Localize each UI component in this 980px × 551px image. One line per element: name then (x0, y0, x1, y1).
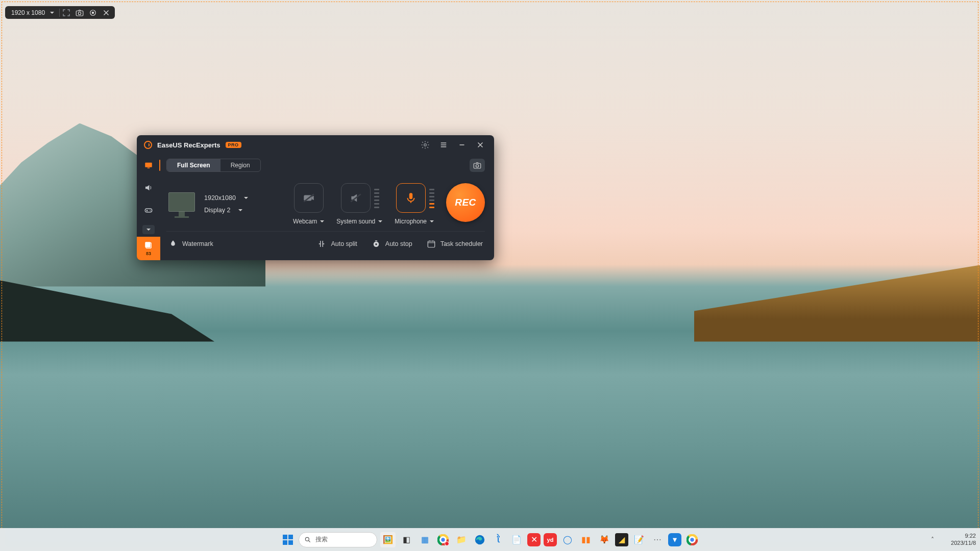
taskbar-chrome-2-icon[interactable] (684, 532, 700, 547)
close-icon[interactable] (474, 138, 487, 152)
fullscreen-toggle-icon[interactable] (60, 6, 73, 19)
tray-overflow-icon[interactable]: ˄ (931, 536, 934, 543)
taskbar-firefox-icon[interactable]: 🦊 (597, 532, 612, 547)
microphone-toggle[interactable] (396, 183, 426, 213)
clock[interactable]: 9:22 2023/11/8 (951, 533, 976, 546)
webcam-dropdown[interactable]: Webcam (293, 218, 324, 225)
taskbar-task-view-icon[interactable]: ◧ (399, 532, 414, 547)
pro-badge: PRO (226, 142, 241, 148)
taskbar-search[interactable]: 搜索 (299, 532, 377, 547)
capture-toolbar: 980 x 551 (5, 6, 115, 19)
chevron-down-icon (320, 220, 324, 222)
sidebar-mode-audio[interactable] (141, 180, 156, 195)
resolution-label: 980x551 (204, 194, 236, 202)
taskbar-app-1[interactable]: 🖼️ (380, 532, 396, 547)
task-scheduler-label: Task scheduler (440, 240, 483, 247)
svg-rect-0 (76, 11, 83, 16)
svg-point-20 (305, 537, 309, 541)
system-sound-toggle[interactable] (341, 183, 371, 213)
microphone-dropdown[interactable]: Microphone (395, 218, 434, 225)
webcam-label: Webcam (293, 218, 317, 225)
auto-split-label: Auto split (331, 240, 357, 247)
taskbar-chrome-icon[interactable] (435, 532, 451, 547)
capture-mode-segment: Full Screen Region (166, 159, 261, 172)
close-icon[interactable] (100, 6, 113, 19)
record-button[interactable]: REC (446, 183, 485, 222)
svg-rect-12 (474, 163, 481, 168)
display-dropdown[interactable]: Display 2 (204, 207, 248, 214)
clock-time: 9:22 (965, 533, 976, 539)
svg-rect-15 (409, 193, 412, 199)
taskbar-edge-icon[interactable] (472, 532, 487, 547)
chevron-down-icon (146, 229, 151, 231)
taskbar-app-dots[interactable]: ⋯ (650, 532, 665, 547)
chevron-down-icon (430, 220, 434, 222)
notification-badge (445, 541, 449, 546)
microphone-label: Microphone (395, 218, 427, 225)
svg-point-9 (151, 211, 152, 212)
app-title: EaseUS RecExperts (157, 141, 220, 149)
display-selector: 980x551 Display 2 (166, 190, 248, 218)
taskbar-app-red-2[interactable]: yd (544, 533, 557, 546)
svg-rect-5 (145, 163, 152, 167)
wallpaper-shore-left (0, 281, 214, 342)
chevron-down-icon (238, 209, 242, 211)
svg-point-4 (424, 144, 427, 146)
taskbar-app-blue-square[interactable]: ▾ (668, 533, 681, 546)
settings-icon[interactable] (419, 138, 432, 152)
system-sound-dropdown[interactable]: System sound (336, 218, 382, 225)
tab-full-screen[interactable]: Full Screen (167, 159, 220, 171)
screenshot-icon[interactable] (73, 6, 86, 19)
taskbar-app-circle[interactable]: ◯ (560, 532, 575, 547)
sidebar-mode-game[interactable] (141, 203, 156, 218)
level-meter-icon (374, 189, 379, 208)
svg-rect-19 (428, 241, 435, 247)
svg-rect-11 (145, 242, 151, 247)
svg-rect-18 (375, 243, 377, 245)
start-button[interactable] (280, 532, 296, 547)
svg-point-1 (78, 12, 81, 14)
taskbar-app-dark[interactable]: ◢ (615, 533, 628, 546)
record-label: REC (455, 197, 476, 208)
gallery-count: 83 (146, 251, 151, 256)
system-sound-label: System sound (336, 218, 375, 225)
resolution-dropdown[interactable]: 980x551 (204, 194, 248, 202)
taskbar-explorer-icon[interactable]: 📁 (454, 532, 469, 547)
tab-region[interactable]: Region (220, 159, 260, 171)
sidebar-gallery-button[interactable]: 83 (137, 237, 160, 260)
auto-stop-button[interactable]: Auto stop (372, 239, 412, 248)
record-icon[interactable] (86, 6, 100, 19)
windows-taskbar: 搜索 🖼️ ◧ ▦ 📁 ῒ 📄 ✕ yd ◯ ▮▮ 🦊 ◢ 📝 ⋯ ▾ ˄ 9:… (0, 528, 980, 551)
mode-sidebar: 83 (137, 155, 160, 260)
clock-date: 2023/11/8 (951, 540, 976, 546)
monitor-icon (166, 190, 197, 218)
auto-split-button[interactable]: Auto split (317, 239, 357, 248)
screenshot-button[interactable] (470, 159, 485, 172)
webcam-toggle[interactable] (294, 183, 324, 213)
taskbar-app-blue[interactable]: ῒ (491, 532, 506, 547)
taskbar-app-orange-stripes[interactable]: ▮▮ (578, 532, 594, 547)
svg-point-13 (476, 165, 478, 167)
taskbar-app-note[interactable]: 📝 (631, 532, 647, 547)
svg-rect-7 (145, 209, 152, 212)
level-meter-icon (429, 189, 434, 208)
menu-icon[interactable] (437, 138, 450, 152)
wallpaper-shore-right (694, 265, 980, 342)
title-bar[interactable]: EaseUS RecExperts PRO (137, 135, 494, 155)
taskbar-app-red-1[interactable]: ✕ (527, 533, 541, 546)
taskbar-widgets-icon[interactable]: ▦ (417, 532, 432, 547)
svg-point-25 (441, 538, 445, 541)
watermark-button[interactable]: Watermark (168, 239, 213, 248)
watermark-label: Watermark (182, 240, 213, 247)
capture-size-label: 980 x 551 (11, 9, 45, 16)
auto-stop-label: Auto stop (385, 240, 412, 247)
capture-size-dropdown[interactable]: 980 x 551 (7, 9, 59, 16)
svg-rect-17 (375, 240, 378, 241)
sidebar-mode-screen[interactable] (141, 158, 156, 173)
task-scheduler-button[interactable]: Task scheduler (427, 239, 483, 248)
taskbar-notepad-icon[interactable]: 📄 (509, 532, 524, 547)
recexperts-window: EaseUS RecExperts PRO (137, 135, 494, 260)
minimize-icon[interactable] (455, 138, 469, 152)
svg-point-8 (150, 210, 151, 211)
sidebar-expand-icon[interactable] (142, 225, 155, 234)
